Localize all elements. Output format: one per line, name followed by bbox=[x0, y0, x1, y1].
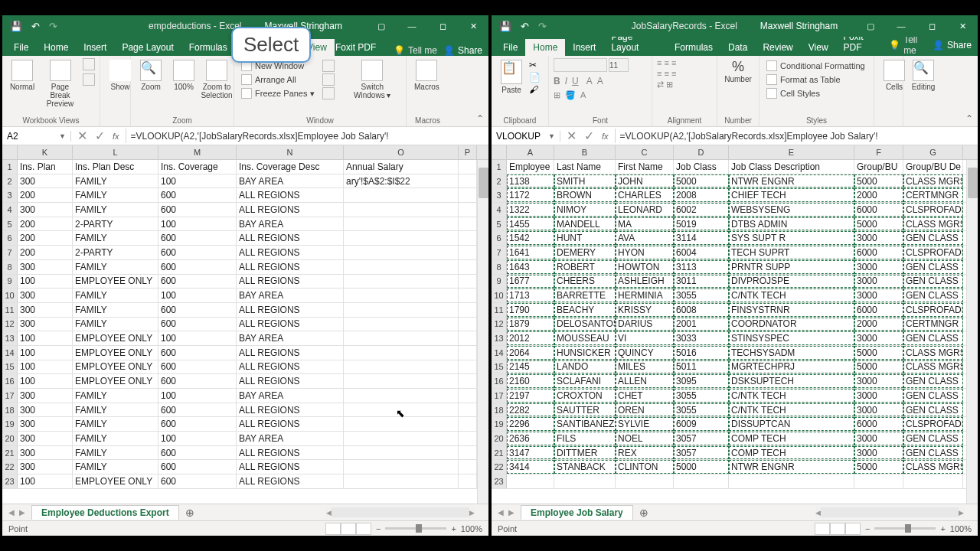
data-cell[interactable]: 600 bbox=[158, 231, 237, 245]
data-cell[interactable] bbox=[903, 474, 963, 488]
zoom-slider-left[interactable] bbox=[385, 527, 446, 530]
data-cell[interactable]: ary'!$A$2:$I$22 bbox=[344, 174, 459, 188]
data-cell[interactable]: 300 bbox=[18, 174, 73, 188]
data-cell[interactable] bbox=[344, 275, 459, 289]
data-cell[interactable]: BAY AREA bbox=[237, 289, 344, 302]
data-cell[interactable] bbox=[459, 417, 477, 431]
name-box-right[interactable]: VLOOKUP▼ bbox=[492, 131, 560, 142]
data-cell[interactable]: EMPLOYEE ONLY bbox=[73, 331, 158, 345]
row-header[interactable]: 13 bbox=[492, 331, 507, 345]
column-label-cell[interactable]: Job Class bbox=[674, 160, 729, 174]
data-cell[interactable]: DELOSANTOS bbox=[554, 318, 616, 331]
maximize-icon[interactable]: ◻ bbox=[427, 15, 458, 37]
data-cell[interactable]: C/NTK TECH bbox=[729, 289, 854, 302]
data-cell[interactable]: BARRETTE bbox=[554, 289, 616, 302]
data-cell[interactable]: 1641 bbox=[507, 246, 554, 259]
data-cell[interactable]: 2282 bbox=[507, 403, 554, 417]
data-cell[interactable]: EMPLOYEE ONLY bbox=[73, 474, 158, 488]
data-cell[interactable]: 1790 bbox=[507, 303, 554, 317]
data-cell[interactable]: FINSYSTRNR bbox=[729, 303, 854, 317]
data-cell[interactable]: 3114 bbox=[674, 231, 729, 245]
row-header[interactable]: 1 bbox=[2, 160, 18, 174]
data-cell[interactable]: FAMILY bbox=[73, 260, 158, 274]
data-cell[interactable]: MILES bbox=[616, 360, 674, 374]
conditional-formatting-button[interactable]: Conditional Formatting bbox=[764, 60, 867, 72]
data-cell[interactable]: HUNSICKER bbox=[554, 346, 616, 360]
column-label-cell[interactable]: Ins. Plan bbox=[18, 160, 73, 174]
tab-view[interactable]: View bbox=[801, 39, 836, 56]
data-cell[interactable]: FAMILY bbox=[73, 446, 158, 460]
data-cell[interactable]: CLSPROFADN bbox=[903, 203, 963, 217]
data-cell[interactable]: 5000 bbox=[674, 174, 729, 188]
row-header[interactable]: 3 bbox=[2, 188, 18, 202]
column-header[interactable]: N bbox=[237, 145, 344, 159]
font-family-select[interactable] bbox=[554, 58, 607, 72]
row-header[interactable]: 4 bbox=[2, 203, 18, 217]
data-cell[interactable]: CHIEF TECH bbox=[729, 188, 854, 202]
data-cell[interactable]: 300 bbox=[18, 289, 73, 302]
data-cell[interactable] bbox=[554, 474, 616, 488]
data-cell[interactable]: HOWTON bbox=[616, 260, 674, 274]
data-cell[interactable]: PRNTR SUPP bbox=[729, 260, 854, 274]
data-cell[interactable]: 600 bbox=[158, 360, 237, 374]
data-cell[interactable] bbox=[459, 260, 477, 274]
data-cell[interactable]: 6009 bbox=[674, 417, 729, 431]
select-all-corner[interactable] bbox=[2, 145, 18, 159]
data-cell[interactable]: 3000 bbox=[854, 403, 903, 417]
data-cell[interactable] bbox=[459, 474, 477, 488]
data-cell[interactable]: DARIUS bbox=[616, 318, 674, 331]
fx-icon[interactable]: fx bbox=[113, 132, 119, 141]
data-cell[interactable] bbox=[459, 331, 477, 345]
cancel-formula-icon[interactable]: ✕ bbox=[77, 129, 87, 143]
data-cell[interactable] bbox=[459, 217, 477, 231]
data-cell[interactable]: 300 bbox=[18, 417, 73, 431]
cell-styles-button[interactable]: Cell Styles bbox=[764, 87, 867, 99]
horizontal-scrollbar-right[interactable]: ◀▶ bbox=[815, 507, 964, 518]
data-cell[interactable]: 1138 bbox=[507, 174, 554, 188]
tab-insert[interactable]: Insert bbox=[565, 39, 603, 56]
row-header[interactable]: 15 bbox=[2, 360, 18, 374]
page-break-view-icon[interactable] bbox=[845, 523, 861, 535]
save-icon[interactable]: 💾 bbox=[499, 21, 511, 32]
data-cell[interactable]: 3000 bbox=[854, 231, 903, 245]
row-header[interactable]: 6 bbox=[492, 231, 507, 245]
tab-page-layout[interactable]: Page Layout bbox=[114, 39, 181, 56]
data-cell[interactable]: FAMILY bbox=[73, 460, 158, 474]
zoom-selection-button[interactable]: Zoom to Selection bbox=[201, 58, 232, 101]
tab-review[interactable]: Review bbox=[755, 39, 800, 56]
data-cell[interactable]: FAMILY bbox=[73, 389, 158, 403]
data-cell[interactable]: CLINTON bbox=[616, 460, 674, 474]
data-cell[interactable]: 3000 bbox=[854, 289, 903, 302]
data-cell[interactable]: BAY AREA bbox=[237, 432, 344, 445]
grid-right[interactable]: ABCDEFG 1EmployeeLast NameFirst NameJob … bbox=[492, 145, 978, 504]
switch-windows-button[interactable]: Switch Windows ▾ bbox=[343, 58, 401, 101]
row-header[interactable]: 19 bbox=[2, 417, 18, 431]
column-label-cell[interactable] bbox=[459, 160, 477, 174]
ribbon-options-icon[interactable]: ▢ bbox=[855, 15, 886, 37]
data-cell[interactable]: EMPLOYEE ONLY bbox=[73, 360, 158, 374]
column-label-cell[interactable]: Group/BU bbox=[854, 160, 903, 174]
data-cell[interactable]: ALL REGIONS bbox=[237, 374, 344, 388]
close-icon[interactable]: ✕ bbox=[458, 15, 488, 37]
data-cell[interactable]: 100 bbox=[18, 275, 73, 289]
tell-me-right[interactable]: 💡 Tell me bbox=[889, 34, 926, 56]
number-format-button[interactable]: %Number bbox=[722, 58, 754, 85]
data-cell[interactable]: 3000 bbox=[854, 331, 903, 345]
data-cell[interactable]: 100 bbox=[158, 174, 237, 188]
data-cell[interactable]: FAMILY bbox=[73, 231, 158, 245]
column-label-cell[interactable]: Ins. Coverage bbox=[158, 160, 237, 174]
data-cell[interactable] bbox=[344, 331, 459, 345]
data-cell[interactable]: ALL REGIONS bbox=[237, 203, 344, 217]
data-cell[interactable]: GEN CLASS bbox=[903, 331, 963, 345]
sheet-nav-prev-icon[interactable]: ◀ bbox=[8, 508, 15, 517]
paste-button[interactable]: 📋Paste bbox=[496, 58, 527, 96]
zoom-percent-left[interactable]: 100% bbox=[461, 524, 482, 533]
normal-view-button[interactable]: Normal bbox=[7, 58, 38, 93]
cancel-formula-icon[interactable]: ✕ bbox=[567, 129, 577, 143]
data-cell[interactable]: ALL REGIONS bbox=[237, 460, 344, 474]
data-cell[interactable]: 600 bbox=[158, 417, 237, 431]
row-header[interactable]: 5 bbox=[2, 217, 18, 231]
data-cell[interactable]: DISSUPTCAN bbox=[729, 417, 854, 431]
data-cell[interactable] bbox=[459, 231, 477, 245]
row-header[interactable]: 23 bbox=[2, 474, 18, 488]
